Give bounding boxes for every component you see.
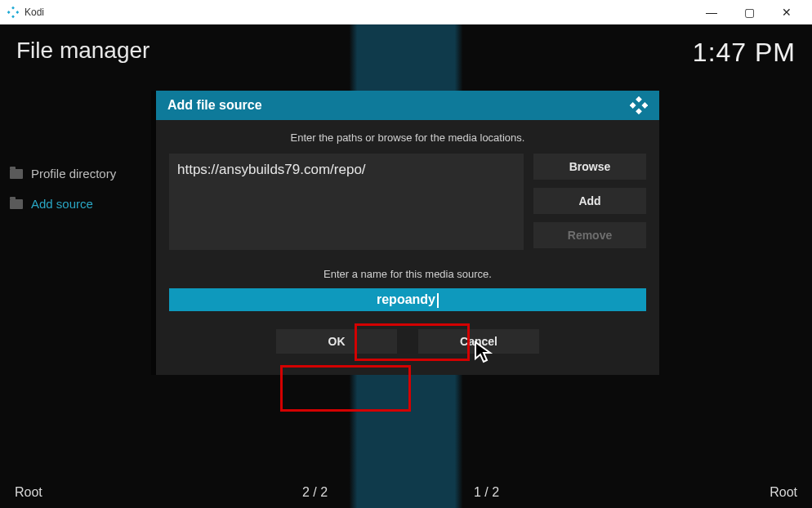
kodi-logo-icon: [630, 96, 648, 114]
path-input[interactable]: https://ansybuilds79.com/repo/: [169, 154, 524, 250]
minimize-button[interactable]: —: [693, 0, 730, 25]
dialog-title: Add file source: [167, 98, 262, 113]
kodi-app-icon: [7, 6, 20, 19]
paths-instruction: Enter the paths or browse for the media …: [169, 131, 646, 144]
text-cursor: [437, 293, 439, 308]
cancel-button[interactable]: Cancel: [418, 329, 539, 354]
svg-rect-3: [11, 15, 15, 18]
add-button[interactable]: Add: [533, 188, 646, 214]
svg-rect-1: [7, 11, 11, 14]
svg-rect-7: [636, 108, 642, 114]
folder-icon: [10, 169, 23, 179]
svg-rect-0: [11, 6, 15, 9]
file-list-left: Profile directory Add source: [10, 167, 116, 227]
footer-right-label: Root: [390, 485, 797, 500]
list-item-label: Add source: [31, 197, 93, 211]
folder-icon: [10, 199, 23, 209]
footer-left-label: Root: [15, 485, 390, 500]
list-item-add-source[interactable]: Add source: [10, 197, 116, 211]
list-item-label: Profile directory: [31, 167, 116, 180]
close-button[interactable]: ✕: [768, 0, 805, 25]
maximize-button[interactable]: ▢: [730, 0, 768, 25]
name-instruction: Enter a name for this media source.: [169, 268, 646, 280]
ok-button[interactable]: OK: [276, 329, 397, 354]
window-controls: — ▢ ✕: [693, 0, 805, 25]
window-titlebar: Kodi — ▢ ✕: [0, 0, 812, 25]
list-item-profile-directory[interactable]: Profile directory: [10, 167, 116, 180]
svg-rect-4: [636, 96, 642, 103]
svg-rect-6: [641, 102, 648, 109]
remove-button[interactable]: Remove: [533, 222, 646, 248]
footer-pager-left: 2 / 2: [302, 485, 328, 500]
page-title: File manager: [16, 38, 149, 64]
add-file-source-dialog: Add file source Enter the paths or brows…: [156, 91, 659, 375]
svg-rect-2: [16, 11, 19, 14]
status-bar: Root 2 / 2 1 / 2 Root: [0, 480, 812, 508]
dialog-titlebar: Add file source: [156, 91, 659, 120]
source-name-value: repoandy: [377, 292, 435, 306]
browse-button[interactable]: Browse: [533, 154, 646, 180]
kodi-header: File manager 1:47 PM: [0, 25, 812, 81]
svg-rect-5: [630, 102, 636, 109]
app-title: Kodi: [25, 7, 693, 18]
dialog-body: Enter the paths or browse for the media …: [156, 120, 659, 375]
clock: 1:47 PM: [693, 38, 796, 68]
footer-pager-right: 1 / 2: [474, 485, 499, 500]
source-name-input[interactable]: repoandy: [169, 288, 646, 311]
